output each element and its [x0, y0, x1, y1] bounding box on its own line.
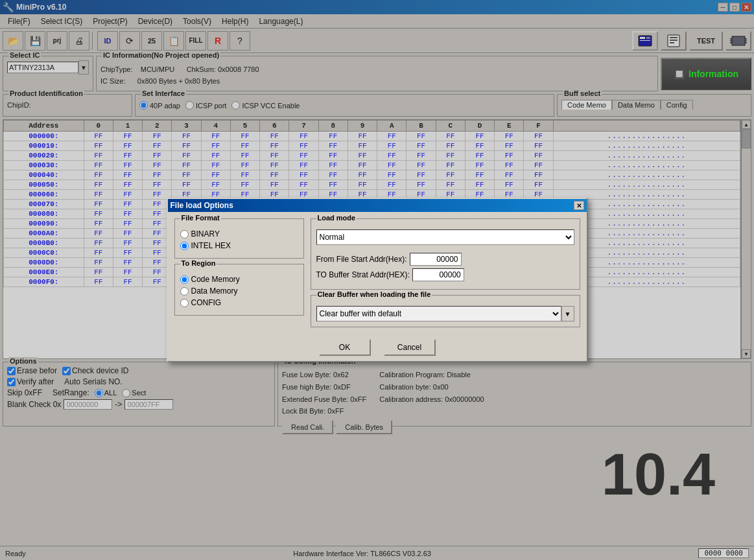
modal-title: File load Options [171, 201, 233, 210]
modal-title-bar: File load Options ✕ [168, 199, 587, 212]
code-memory-label: Code Memory [191, 275, 240, 284]
clear-buffer-label: Clear Buffer when loading the file [316, 290, 432, 298]
data-memory-label: Data Memory [191, 286, 238, 296]
modal-buttons: OK Cancel [168, 334, 587, 361]
file-format-group: File Format BINARY INTEL HEX [174, 218, 304, 259]
load-mode-group: Load mode Normal Offset From File Start … [311, 218, 580, 290]
code-memory-radio[interactable]: Code Memory [180, 275, 298, 284]
data-memory-radio[interactable]: Data Memory [180, 286, 298, 296]
to-buffer-label: TO Buffer Strat Addr(HEX): [316, 270, 410, 279]
config-label: CONFIG [191, 298, 222, 307]
intel-hex-label: INTEL HEX [191, 241, 231, 250]
modal-overlay: File load Options ✕ File Format BINARY [0, 0, 754, 560]
file-load-dialog: File load Options ✕ File Format BINARY [167, 198, 588, 362]
binary-label: BINARY [191, 229, 220, 239]
from-file-input[interactable] [410, 253, 462, 266]
modal-close-button[interactable]: ✕ [574, 201, 584, 210]
intel-hex-radio[interactable]: INTEL HEX [180, 241, 298, 250]
from-file-label: From File Start Addr(Hex): [316, 255, 407, 264]
modal-ok-button[interactable]: OK [319, 339, 371, 356]
binary-radio[interactable]: BINARY [180, 229, 298, 239]
to-region-label: To Region [180, 259, 217, 267]
clear-buffer-group: Clear Buffer when loading the file Clear… [311, 295, 580, 327]
to-region-group: To Region Code Memory Data Memory CON [174, 264, 304, 316]
file-format-label: File Format [180, 214, 221, 222]
load-mode-select[interactable]: Normal Offset [316, 229, 574, 245]
load-mode-label: Load mode [316, 214, 357, 222]
config-radio[interactable]: CONFIG [180, 298, 298, 307]
clear-buffer-select[interactable]: Clear buffer with default Don't clear bu… [316, 306, 561, 321]
modal-cancel-button[interactable]: Cancel [384, 339, 436, 356]
to-buffer-input[interactable] [412, 268, 464, 281]
clear-buffer-arrow[interactable]: ▼ [561, 306, 574, 321]
